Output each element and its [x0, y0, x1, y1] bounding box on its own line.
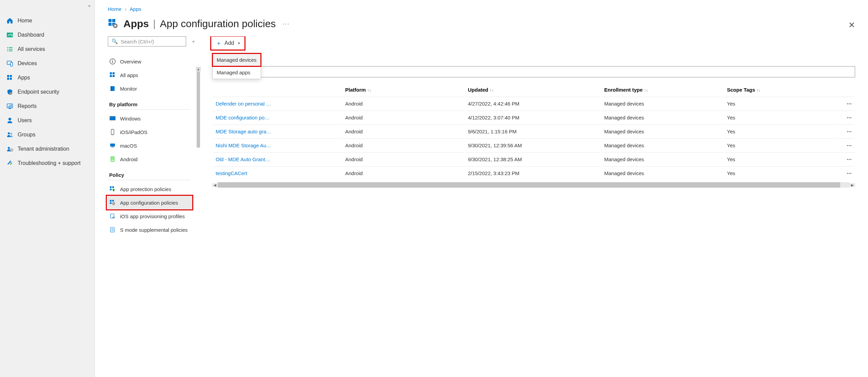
row-actions-icon[interactable]: ⋯ [833, 125, 854, 138]
cell-updated: 9/30/2021, 12:39:56 AM [465, 138, 601, 152]
svg-rect-19 [9, 108, 11, 109]
subnav-label: iOS app provisioning profiles [120, 213, 185, 219]
row-actions-icon[interactable]: ⋯ [833, 166, 854, 180]
nav-label: Endpoint security [18, 89, 59, 95]
dropdown-managed-devices[interactable]: Managed devices [213, 54, 261, 66]
subnav-s-mode[interactable]: S mode supplemental policies [108, 223, 199, 237]
cell-platform: Android [342, 97, 465, 110]
subnav-ios[interactable]: iOS/iPadOS [108, 125, 199, 139]
nav-label: Groups [18, 132, 35, 138]
nav-users[interactable]: Users [0, 113, 95, 128]
grid-shield-icon [109, 186, 116, 192]
cell-enrollment: Managed devices [601, 111, 724, 124]
svg-rect-3 [9, 47, 13, 48]
cell-updated: 2/15/2022, 3:43:23 PM [465, 166, 601, 180]
toolbar: ＋ Add ▾ Managed devices Managed apps [212, 36, 855, 52]
info-icon [109, 58, 116, 65]
policy-name-link[interactable]: Defender on personal … [213, 97, 342, 110]
nav-reports[interactable]: Reports [0, 99, 95, 113]
sort-icon[interactable]: ↑↓ [367, 88, 371, 93]
close-icon[interactable]: ✕ [848, 20, 855, 30]
cell-platform: Android [342, 152, 465, 166]
subnav-ios-provisioning[interactable]: iOS app provisioning profiles [108, 209, 199, 223]
svg-point-22 [11, 133, 12, 135]
svg-point-31 [115, 25, 116, 27]
nav-endpoint-security[interactable]: Endpoint security [0, 85, 95, 99]
list-icon [6, 45, 14, 53]
subnav-overview[interactable]: Overview [108, 55, 199, 68]
scroll-right-icon[interactable]: ▶ [850, 183, 855, 187]
windows-icon [109, 115, 116, 122]
nav-apps[interactable]: Apps [0, 71, 95, 85]
svg-rect-36 [113, 72, 115, 74]
breadcrumb-apps[interactable]: Apps [130, 6, 141, 12]
row-actions-icon[interactable]: ⋯ [833, 138, 854, 152]
col-scope[interactable]: Scope Tags↑↓ [724, 83, 833, 96]
subnav-label: S mode supplemental policies [120, 227, 188, 233]
subnav-search[interactable]: 🔍 Search (Ctrl+/) [108, 36, 186, 46]
subnav-monitor[interactable]: Monitor [108, 82, 199, 95]
subnav-label: All apps [120, 72, 138, 78]
apps-icon [6, 74, 14, 81]
add-dropdown: Managed devices Managed apps [212, 53, 261, 79]
subnav-all-apps[interactable]: All apps [108, 68, 199, 82]
sort-icon[interactable]: ↑↓ [756, 88, 761, 93]
svg-rect-51 [110, 189, 112, 190]
sort-icon[interactable]: ↑↓ [644, 88, 648, 93]
row-actions-icon[interactable]: ⋯ [833, 152, 854, 166]
subnav-android[interactable]: Android [108, 152, 199, 166]
policy-name-link[interactable]: MDE Storage auto gra… [213, 125, 342, 138]
chevron-down-icon: ▾ [238, 41, 240, 45]
subnav-app-configuration[interactable]: App configuration policies [108, 196, 193, 209]
nav-tenant-admin[interactable]: Tenant administration [0, 142, 95, 156]
search-placeholder: Search (Ctrl+/) [121, 39, 154, 44]
add-button[interactable]: ＋ Add ▾ [212, 38, 243, 49]
breadcrumb-sep: › [125, 6, 126, 12]
policy-name-link[interactable]: Old - MDE Auto Grant… [213, 152, 342, 166]
grid-icon [109, 72, 116, 78]
collapse-subnav-icon[interactable]: « [192, 39, 195, 44]
col-enrollment[interactable]: Enrollment type↑↓ [601, 83, 724, 96]
cell-platform: Android [342, 138, 465, 152]
table-row: MDE Storage auto gra…Android9/6/2021, 1:… [213, 125, 854, 138]
policy-search-input[interactable] [212, 66, 855, 77]
subnav-macos[interactable]: macOS [108, 139, 199, 152]
col-updated[interactable]: Updated↑↓ [465, 83, 601, 96]
row-actions-icon[interactable]: ⋯ [833, 111, 854, 124]
svg-rect-26 [108, 19, 112, 22]
cell-enrollment: Managed devices [601, 97, 724, 110]
scroll-left-icon[interactable]: ◀ [212, 183, 218, 187]
android-icon [109, 156, 116, 163]
dropdown-managed-apps[interactable]: Managed apps [213, 66, 261, 79]
sort-icon[interactable]: ↑↓ [490, 88, 494, 93]
page-more-icon[interactable]: ··· [282, 20, 290, 27]
col-platform[interactable]: Platform↑↓ [342, 83, 465, 96]
policy-name-link[interactable]: testingCACert [213, 166, 342, 180]
nav-home[interactable]: Home [0, 14, 95, 28]
svg-rect-2 [7, 47, 8, 48]
nav-label: Tenant administration [18, 146, 69, 152]
nav-groups[interactable]: Groups [0, 128, 95, 142]
cell-updated: 4/12/2022, 3:07:40 PM [465, 111, 601, 124]
collapse-sidebar-icon[interactable]: « [88, 3, 91, 8]
row-actions-icon[interactable]: ⋯ [833, 97, 854, 110]
nav-dashboard[interactable]: Dashboard [0, 28, 95, 42]
devices-icon [6, 60, 14, 67]
breadcrumb-home[interactable]: Home [108, 6, 121, 12]
col-name[interactable] [213, 83, 342, 96]
nav-all-services[interactable]: All services [0, 42, 95, 56]
cell-scope: Yes [724, 138, 833, 152]
svg-rect-33 [112, 61, 113, 63]
policy-name-link[interactable]: Nishi MDE Storage Au… [213, 138, 342, 152]
subnav-app-protection[interactable]: App protection policies [108, 182, 199, 196]
subnav-windows[interactable]: Windows [108, 112, 199, 125]
nav-devices[interactable]: Devices [0, 56, 95, 71]
svg-rect-17 [9, 105, 10, 107]
policy-name-link[interactable]: MDE configuration po… [213, 111, 342, 124]
subnav-label: Windows [120, 116, 141, 121]
subnav-group-platform: By platform [108, 95, 191, 110]
horizontal-scrollbar[interactable]: ◀ ▶ [212, 182, 855, 188]
search-icon: 🔍 [112, 38, 118, 44]
nav-troubleshooting[interactable]: Troubleshooting + support [0, 156, 95, 170]
nav-label: Troubleshooting + support [18, 160, 81, 166]
